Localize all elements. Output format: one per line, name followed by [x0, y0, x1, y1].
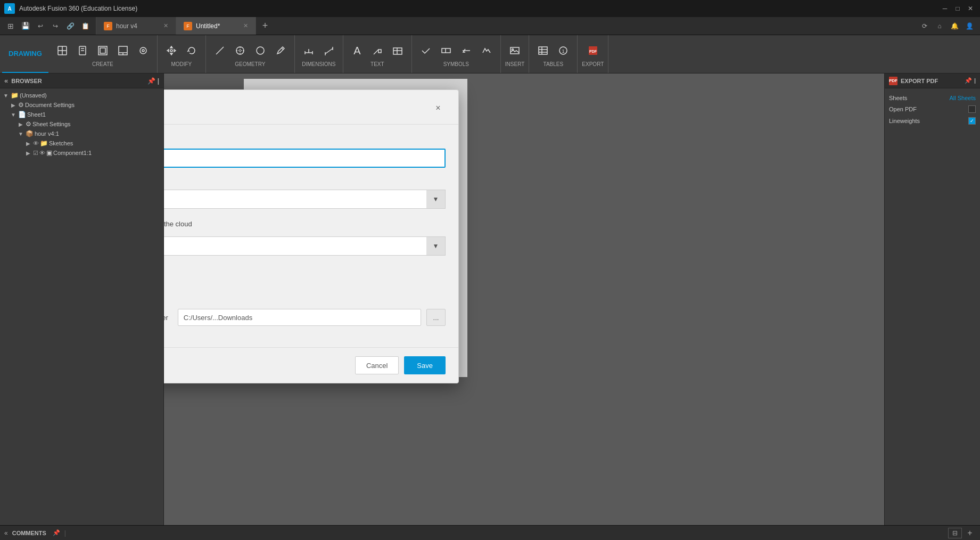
tables-bom-icon[interactable]: [533, 41, 553, 60]
name-label: Name:: [164, 137, 446, 145]
insert-image-icon[interactable]: [505, 41, 524, 60]
refresh-icon[interactable]: ⟳: [918, 20, 931, 32]
check-component1-icon[interactable]: ☑: [33, 150, 38, 157]
geometry-circle-icon[interactable]: [251, 41, 270, 60]
view-sheet-button[interactable]: ⊟: [948, 528, 962, 538]
svg-line-27: [374, 50, 378, 54]
text-table-icon[interactable]: [388, 41, 407, 60]
save-path-input[interactable]: [178, 309, 421, 326]
dialog-close-button[interactable]: ×: [431, 101, 446, 116]
open-pdf-label: Open PDF: [889, 106, 917, 112]
toolbar: DRAWING CREATE: [0, 35, 980, 73]
create-view-icon[interactable]: [134, 41, 153, 60]
expand-doc-settings-icon[interactable]: ▶: [10, 101, 17, 109]
right-panel: PDF EXPORT PDF 📌 | Sheets All Sheets Ope…: [884, 73, 980, 525]
new-tab-button[interactable]: +: [256, 17, 274, 35]
dim-aligned-icon[interactable]: [319, 41, 339, 60]
symbol-weld-icon[interactable]: [457, 41, 476, 60]
symbol-check-icon[interactable]: [416, 41, 435, 60]
gear-doc-icon: ⚙: [18, 101, 24, 109]
expand-sheet1-icon[interactable]: ▼: [10, 111, 17, 118]
tree-item-sheet1[interactable]: ▼ 📄 Sheet1: [0, 110, 163, 119]
modify-move-icon[interactable]: [162, 41, 181, 60]
user-icon[interactable]: 👤: [963, 20, 976, 32]
right-panel-close-icon[interactable]: |: [974, 77, 976, 84]
text-leader-icon[interactable]: [368, 41, 387, 60]
grid-icon[interactable]: ⊞: [4, 20, 17, 32]
save-button[interactable]: Save: [404, 356, 446, 374]
create-label: CREATE: [92, 61, 113, 67]
modify-rotate-icon[interactable]: [182, 41, 201, 60]
create-layout-icon[interactable]: [53, 41, 72, 60]
type-select[interactable]: PDF Files (*.pdf): [164, 190, 446, 209]
toolbar-export: PDF EXPORT: [578, 35, 608, 73]
tree-item-unsaved[interactable]: ▼ 📁 (Unsaved): [0, 91, 163, 100]
add-sheet-button[interactable]: +: [964, 527, 976, 539]
expand-unsaved-icon[interactable]: ▼: [2, 92, 10, 99]
tab-untitled-label: Untitled*: [196, 22, 220, 30]
symbol-gdt-icon[interactable]: [437, 41, 456, 60]
tree-item-sheet-settings[interactable]: ▶ ⚙ Sheet Settings: [0, 119, 163, 129]
lineweights-checkbox[interactable]: [968, 117, 976, 125]
browser-pin-icon[interactable]: 📌: [147, 77, 155, 85]
tables-badge-icon[interactable]: 1: [554, 41, 573, 60]
right-panel-pin-icon[interactable]: 📌: [965, 77, 972, 84]
expand-hour-v4-icon[interactable]: ▼: [17, 130, 24, 137]
svg-point-18: [257, 47, 264, 54]
tree-item-component1[interactable]: ▶ ☑ 👁 ▣ Component1:1: [0, 148, 163, 158]
create-border-icon[interactable]: [93, 41, 112, 60]
component-hour-icon: 📦: [26, 130, 34, 137]
svg-rect-36: [539, 47, 547, 54]
browse-button[interactable]: ...: [426, 309, 446, 326]
tab-untitled[interactable]: F Untitled* ✕: [176, 17, 256, 35]
eye-sketches-icon[interactable]: 👁: [33, 140, 39, 146]
notification-icon[interactable]: 🔔: [948, 20, 961, 32]
create-sheet-icon[interactable]: [73, 41, 92, 60]
tree-item-doc-settings[interactable]: ▶ ⚙ Document Settings: [0, 100, 163, 110]
export-pdf-icon[interactable]: PDF: [583, 41, 603, 60]
export-label: EXPORT: [582, 61, 604, 67]
svg-rect-34: [510, 47, 519, 54]
type-group: Type: PDF Files (*.pdf) ▼: [164, 178, 446, 209]
save-icon[interactable]: 💾: [19, 20, 32, 32]
close-button[interactable]: ✕: [965, 3, 976, 14]
maximize-button[interactable]: □: [952, 3, 963, 14]
app-title: Autodesk Fusion 360 (Education License): [19, 5, 935, 12]
copy-icon[interactable]: 📋: [79, 20, 92, 32]
svg-point-11: [140, 47, 146, 54]
undo-icon[interactable]: ↩: [34, 20, 47, 32]
expand-sketches-icon[interactable]: ▶: [24, 140, 32, 147]
browser-expand-icon[interactable]: «: [4, 77, 8, 85]
expand-sheet-settings-icon[interactable]: ▶: [17, 120, 24, 128]
name-input[interactable]: [164, 149, 446, 168]
tree-item-sketches[interactable]: ▶ 👁 📁 Sketches: [0, 138, 163, 148]
create-titleblock-icon[interactable]: [113, 41, 133, 60]
tab-hour-v4-close[interactable]: ✕: [163, 22, 168, 29]
link-icon[interactable]: 🔗: [64, 20, 77, 32]
cancel-button[interactable]: Cancel: [355, 356, 399, 374]
text-icon[interactable]: A: [348, 41, 367, 60]
symbol-surface-icon[interactable]: [477, 41, 496, 60]
title-bar: A Autodesk Fusion 360 (Education License…: [0, 0, 980, 17]
dim-linear-icon[interactable]: [299, 41, 318, 60]
minimize-button[interactable]: ─: [940, 3, 950, 14]
cloud-project-select[interactable]: WTF clock: [164, 236, 446, 256]
home-icon[interactable]: ⌂: [933, 20, 946, 32]
geometry-sketch-icon[interactable]: [271, 41, 290, 60]
comments-pin-icon[interactable]: 📌: [53, 529, 60, 536]
geometry-center-icon[interactable]: [230, 41, 250, 60]
redo-icon[interactable]: ↪: [49, 20, 62, 32]
tab-hour-v4[interactable]: F hour v4 ✕: [96, 17, 176, 35]
expand-component1-icon[interactable]: ▶: [24, 149, 32, 157]
lineweights-row: Lineweights: [889, 115, 976, 127]
geometry-line-icon[interactable]: [210, 41, 229, 60]
save-cloud-row: Save to a project in the cloud: [164, 219, 446, 228]
eye-component1-icon[interactable]: 👁: [39, 150, 45, 156]
save-cloud-label: Save to a project in the cloud: [164, 220, 192, 228]
tab-untitled-close[interactable]: ✕: [243, 22, 248, 29]
browser-close-icon[interactable]: |: [158, 77, 159, 85]
tree-item-hour-v4[interactable]: ▼ 📦 hour v4:1: [0, 129, 163, 138]
open-pdf-checkbox[interactable]: [968, 105, 976, 113]
browser-expand-bottom-icon[interactable]: «: [4, 529, 8, 537]
geometry-label: GEOMETRY: [235, 61, 265, 67]
